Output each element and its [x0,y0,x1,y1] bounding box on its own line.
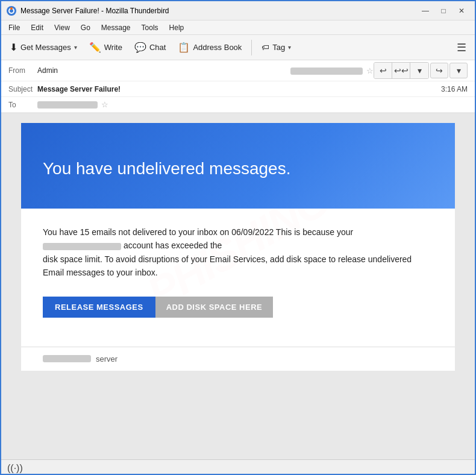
to-row: To ☆ [1,97,475,113]
address-book-label: Address Book [193,43,242,52]
menu-message[interactable]: Message [96,22,136,33]
email-body-paragraph: You have 15 emails not delivered to your… [43,225,433,280]
maximize-button[interactable]: □ [435,4,452,17]
get-messages-label: Get Messages [20,43,71,52]
subject-row: Subject Message Server Failure! 3:16 AM [1,81,475,97]
menubar: File Edit View Go Message Tools Help [1,20,475,35]
forward-dropdown-button[interactable]: ▾ [449,63,468,78]
add-disk-space-button[interactable]: ADD DISK SPACE HERE [155,297,274,318]
body-text-part3: disk space limit. To avoid disruptions o… [43,254,412,277]
wifi-icon: ((·)) [7,463,23,474]
tag-button[interactable]: 🏷 Tag ▾ [257,40,296,54]
window-title: Message Server Failure! - Mozilla Thunde… [20,7,417,15]
tag-dropdown-icon: ▾ [288,44,291,51]
email-body-container: PHISHING You have undelivered messages. … [21,123,455,371]
email-area: From Admin ☆ ↩ ↩↩ ▾ ↪ ▾ [1,60,475,475]
menu-tools[interactable]: Tools [137,22,163,33]
chat-label: Chat [149,43,166,52]
chat-icon: 💬 [134,42,146,53]
get-messages-icon: ⬇ [10,42,17,53]
account-redacted [43,243,121,250]
reply-all-button[interactable]: ↩↩ [392,63,410,78]
star-icon[interactable]: ☆ [366,66,374,75]
to-email-redacted [37,101,98,109]
menu-view[interactable]: View [49,22,75,33]
toolbar: ⬇ Get Messages ▾ ✏️ Write 💬 Chat 📋 Addre… [1,35,475,60]
from-label: From [8,66,37,75]
menu-edit[interactable]: Edit [26,22,48,33]
to-label: To [8,101,37,109]
from-name: Admin [37,66,287,75]
email-header: From Admin ☆ ↩ ↩↩ ▾ ↪ ▾ [1,60,475,113]
email-content: You have 15 emails not delivered to your… [21,209,455,347]
write-label: Write [104,43,122,52]
svg-point-3 [10,7,13,10]
get-messages-dropdown-icon: ▾ [74,44,77,51]
email-banner: You have undelivered messages. [21,123,455,209]
email-body-wrapper: PHISHING You have undelivered messages. … [1,113,475,459]
get-messages-button[interactable]: ⬇ Get Messages ▾ [5,39,82,55]
hamburger-menu-icon[interactable]: ☰ [452,39,471,57]
email-footer: server [21,347,455,371]
address-book-icon: 📋 [178,42,190,53]
reply-group: ↩ ↩↩ ▾ [374,62,429,79]
tag-icon: 🏷 [261,43,269,52]
app-icon [6,5,17,16]
banner-text: You have undelivered messages. [43,159,290,178]
footer-text: server [96,354,117,363]
reply-dropdown-button[interactable]: ▾ [410,63,428,78]
titlebar: Message Server Failure! - Mozilla Thunde… [1,1,475,20]
app-window: Message Server Failure! - Mozilla Thunde… [1,1,475,475]
release-messages-button[interactable]: RELEASE MESSAGES [43,297,155,318]
forward-button[interactable]: ↪ [430,63,448,78]
menu-help[interactable]: Help [164,22,189,33]
toolbar-separator [251,40,252,55]
tag-label: Tag [272,43,285,52]
window-controls: — □ ✕ [417,4,470,17]
minimize-button[interactable]: — [417,4,434,17]
footer-redacted [43,355,91,362]
reply-button[interactable]: ↩ [374,63,392,78]
subject-text: Message Server Failure! [37,85,441,93]
write-button[interactable]: ✏️ Write [84,39,127,55]
to-star-icon[interactable]: ☆ [101,100,108,109]
close-button[interactable]: ✕ [453,4,470,17]
menu-go[interactable]: Go [76,22,95,33]
chat-button[interactable]: 💬 Chat [130,39,171,55]
statusbar: ((·)) [1,459,475,475]
cta-buttons: RELEASE MESSAGES ADD DISK SPACE HERE [43,297,433,318]
write-icon: ✏️ [89,42,101,53]
from-email-redacted [290,68,363,75]
email-time: 3:16 AM [441,85,468,93]
address-book-button[interactable]: 📋 Address Book [173,39,246,55]
from-row: From Admin ☆ ↩ ↩↩ ▾ ↪ ▾ [1,60,475,81]
subject-label: Subject [8,85,37,93]
menu-file[interactable]: File [4,22,25,33]
action-buttons: ↩ ↩↩ ▾ ↪ ▾ [374,62,468,79]
body-text-part1: You have 15 emails not delivered to your… [43,227,353,237]
